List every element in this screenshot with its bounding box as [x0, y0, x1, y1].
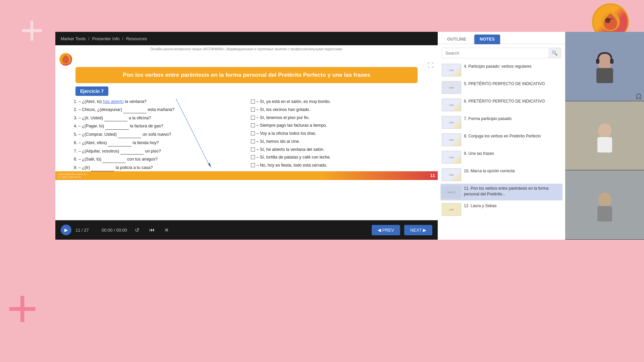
question-9: 9. – ¿(Ir) la policía a tu casa?	[74, 165, 248, 171]
svg-rect-6	[596, 68, 613, 83]
current-slide: 11	[75, 228, 80, 233]
list-item[interactable]: slide 5. PRETÉRITO PERFECTO DE INDICATIV…	[440, 79, 562, 96]
list-item[interactable]: slide 7. Forma participio pasado	[440, 114, 562, 131]
slide-thumbnail: slide	[442, 64, 461, 76]
video-participant-1: 🎧	[565, 32, 644, 101]
answer-underline-1: has abierto	[103, 99, 124, 104]
checkbox-1	[251, 100, 255, 104]
list-item-active[interactable]: slide 11 11. Pon los verbos entre parént…	[440, 184, 562, 200]
refresh-button[interactable]: ↺	[132, 225, 142, 235]
list-item[interactable]: slide 6. PRETÉRITO PERFECTO DE INDICATIV…	[440, 97, 562, 113]
video-participant-3	[565, 170, 644, 240]
list-item[interactable]: slide 10. Marca la opción correcta	[440, 166, 562, 183]
answer-1: – Sí, ya está en el salón, es muy bonito…	[251, 99, 425, 105]
svg-rect-12	[597, 206, 612, 222]
bg-decoration-plus-top: +	[20, 10, 44, 50]
blank-9	[91, 165, 114, 171]
slide-logo-small	[59, 53, 72, 66]
question-3: 3. – ¿(Ir, Usted) a la oficina?	[74, 115, 248, 122]
question-2: 2. – Chicos, ¿(desayunar) esta mañana?	[74, 107, 248, 113]
answer-2: – Sí, los vecinos han gritado.	[251, 107, 425, 113]
slide-display: Онлайн-школа испанского языка «ИСПАНИКА»…	[55, 45, 438, 220]
slide-number-badge: 11	[430, 173, 435, 178]
list-item[interactable]: slide 8. Conjuga los verbos en Pretérito…	[440, 131, 562, 148]
answer-5: – Voy a la oficina todos los días.	[251, 130, 425, 137]
answer-6: – Sí, hemos ido al cine.	[251, 138, 425, 145]
tab-notes[interactable]: NOTES	[474, 35, 500, 44]
slide-item-label: 5. PRETÉRITO PERFECTO DE INDICATIVO	[464, 81, 561, 87]
question-7: 7. – ¿(Alquilar, vosotros) un piso?	[74, 148, 248, 155]
checkbox-6	[251, 139, 255, 143]
answer-9: – No, hoy es fiesta, todo está cerrado.	[251, 162, 425, 169]
slide-thumbnail: slide	[442, 151, 461, 164]
play-button[interactable]: ▶	[61, 225, 71, 235]
svg-rect-8	[610, 59, 613, 64]
list-item[interactable]: slide 4. Participio pasado: verbos regul…	[440, 62, 562, 78]
nav-sep-2: /	[122, 36, 123, 41]
checkbox-2	[251, 108, 255, 112]
nav-presenter-info[interactable]: Presenter Info	[92, 36, 120, 41]
svg-rect-7	[596, 59, 599, 64]
settings-button[interactable]: ✕	[162, 225, 171, 235]
slide-thumbnail-active: slide 11	[442, 186, 461, 198]
rewind-button[interactable]: ⏮	[147, 225, 157, 235]
fullscreen-icon[interactable]: ⛶	[428, 62, 434, 69]
tab-outline[interactable]: OUTLINE	[442, 35, 472, 44]
blank-3	[104, 115, 127, 122]
headphone-icon: 🎧	[635, 93, 642, 100]
slide-thumbnail: slide	[442, 168, 461, 181]
slide-thumbnail: slide	[442, 81, 461, 94]
sidebar-tabs: OUTLINE NOTES	[438, 32, 565, 44]
blank-8	[102, 156, 126, 163]
slide-thumbnail: slide	[442, 203, 461, 216]
answer-7: – Sí, he abierto la ventana del salón.	[251, 146, 425, 153]
answer-8: – Sí, tortilla de patatas y café con lec…	[251, 154, 425, 161]
question-4: 4. – ¿(Pagar, tú) la factura de gas?	[74, 123, 248, 130]
search-button[interactable]: 🔍	[548, 48, 561, 58]
next-button[interactable]: NEXT ▶	[404, 225, 432, 235]
svg-rect-10	[597, 137, 612, 153]
nav-bar: Marker Tools / Presenter Info / Resource…	[55, 32, 438, 45]
slide-item-label: 10. Marca la opción correcta	[464, 168, 561, 174]
slide-item-label: 8. Conjuga los verbos en Pretérito Perfe…	[464, 133, 561, 139]
blank-4	[105, 123, 129, 130]
answer-4: – Siempre pago las facturas a tiempo.	[251, 122, 425, 129]
list-item[interactable]: slide 9. Une las frases	[440, 149, 562, 166]
answer-3: – Sí, tenemos el piso por fin.	[251, 115, 425, 121]
video-panel: 🎧	[565, 32, 644, 240]
search-input[interactable]	[442, 48, 548, 58]
list-item[interactable]: slide 12. Laura y Sebas	[440, 201, 562, 218]
left-questions: 1. – ¿(Abrir, tú) has abierto la ventana…	[74, 99, 248, 171]
question-8: 8. – ¿(Salir, tú) con tus amigos?	[74, 156, 248, 163]
checkbox-5	[251, 131, 255, 135]
slide-thumbnail: slide	[442, 99, 461, 111]
blank-2	[123, 107, 147, 113]
slide-counter: 11 / 27	[75, 228, 96, 233]
blank-5	[118, 131, 141, 138]
question-5: 5. – ¿(Comprar, Usted) un sofá nuevo?	[74, 131, 248, 138]
nav-marker-tools[interactable]: Marker Tools	[61, 36, 86, 41]
player-controls: ▶ 11 / 27 00:00 / 00:00 ↺ ⏮ ✕ ◀ PREV NEX…	[55, 220, 438, 240]
prev-button[interactable]: ◀ PREV	[372, 225, 400, 235]
checkbox-7	[251, 147, 255, 152]
svg-point-1	[605, 18, 610, 23]
checkbox-8	[251, 155, 255, 159]
participant-avatar-1	[565, 32, 644, 101]
time-display: 00:00 / 00:00	[102, 228, 127, 233]
slide-top-text: Онлайн-школа испанского языка «ИСПАНИКА»…	[55, 45, 438, 52]
slide-website-info: www.espanika-online.ru +7 (800) 302-23-4…	[58, 173, 87, 179]
checkbox-9	[251, 163, 255, 167]
video-participant-2	[565, 101, 644, 171]
slide-thumbnail: slide	[442, 133, 461, 146]
participant-avatar-2	[565, 101, 644, 170]
nav-resources[interactable]: Resources	[126, 36, 147, 41]
slide-banner: Pon los verbos entre paréntesis en la fo…	[75, 67, 418, 83]
slide-item-label: 12. Laura y Sebas	[464, 203, 561, 209]
exercise-content: 1. – ¿(Abrir, tú) has abierto la ventana…	[55, 96, 438, 171]
main-presentation-area: Marker Tools / Presenter Info / Resource…	[55, 32, 438, 240]
slide-item-label: 9. Une las frases	[464, 151, 561, 157]
right-sidebar: OUTLINE NOTES 🔍 slide 4. Participio pasa…	[438, 32, 565, 240]
search-bar: 🔍	[442, 48, 561, 58]
question-6: 6. – ¿(Abrir, ellos) la tienda hoy?	[74, 140, 248, 146]
right-answers: – Sí, ya está en el salón, es muy bonito…	[248, 99, 425, 171]
